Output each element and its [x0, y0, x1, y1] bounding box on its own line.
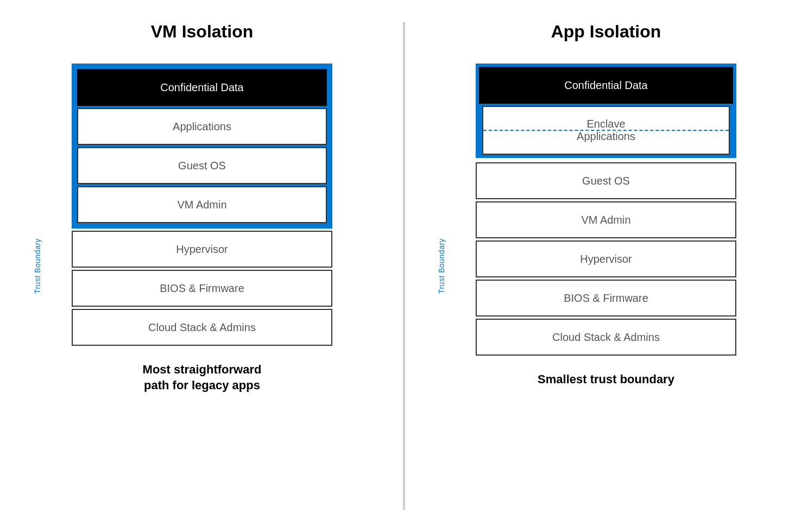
left-vmadmin-label: VM Admin [177, 199, 226, 211]
left-panel-title: VM Isolation [151, 22, 253, 42]
right-enclave-bottom-label: Applications [577, 130, 635, 147]
right-cloudstack-label: Cloud Stack & Admins [552, 331, 660, 344]
right-vmadmin-row: VM Admin [476, 201, 736, 238]
right-cloudstack-row: Cloud Stack & Admins [476, 319, 736, 356]
right-bios-label: BIOS & Firmware [564, 292, 648, 305]
left-cloudstack-label: Cloud Stack & Admins [148, 321, 256, 334]
right-enclave-top-label: Enclave [586, 113, 625, 130]
right-panel-subtitle: Smallest trust boundary [538, 372, 674, 388]
right-enclave-wrapper: Enclave Applications [479, 106, 733, 158]
left-confidential-data-label: Confidential Data [160, 81, 243, 94]
right-outside-rows: Guest OS VM Admin Hypervisor BIOS & Firm… [476, 162, 736, 356]
left-cloudstack-row: Cloud Stack & Admins [72, 309, 332, 346]
left-trust-box: Confidential Data Applications Guest OS … [72, 64, 332, 229]
right-bios-row: BIOS & Firmware [476, 280, 736, 316]
left-vmadmin-row: VM Admin [77, 186, 327, 223]
left-guestos-label: Guest OS [178, 160, 226, 172]
left-applications-row: Applications [77, 108, 327, 145]
right-guestos-row: Guest OS [476, 162, 736, 199]
left-trust-boundary-label: Trust Boundary [33, 238, 42, 294]
right-hypervisor-row: Hypervisor [476, 240, 736, 277]
left-guestos-row: Guest OS [77, 147, 327, 184]
left-panel: VM Isolation Trust Boundary Confidential… [0, 0, 404, 532]
right-panel-title: App Isolation [551, 22, 661, 42]
right-confidential-data-label: Confidential Data [564, 79, 647, 92]
left-hypervisor-label: Hypervisor [176, 243, 228, 256]
left-hypervisor-row: Hypervisor [72, 231, 332, 268]
left-applications-label: Applications [173, 121, 231, 133]
left-diagram: Confidential Data Applications Guest OS … [72, 64, 332, 346]
left-bios-label: BIOS & Firmware [160, 282, 244, 295]
page-container: VM Isolation Trust Boundary Confidential… [0, 0, 808, 532]
right-trust-boundary-label: Trust Boundary [437, 238, 446, 294]
left-panel-subtitle: Most straightforwardpath for legacy apps [143, 362, 262, 393]
left-confidential-data-row: Confidential Data [77, 69, 327, 106]
right-vmadmin-label: VM Admin [581, 214, 630, 226]
right-panel: App Isolation Trust Boundary Confidentia… [404, 0, 808, 532]
right-trust-top: Confidential Data Enclave Applications [476, 64, 736, 158]
right-hypervisor-label: Hypervisor [580, 253, 632, 265]
left-outside-rows: Hypervisor BIOS & Firmware Cloud Stack &… [72, 231, 332, 346]
right-guestos-label: Guest OS [582, 175, 630, 187]
right-confidential-data-row: Confidential Data [479, 67, 733, 104]
left-bios-row: BIOS & Firmware [72, 270, 332, 307]
right-diagram: Confidential Data Enclave Applications G… [476, 64, 736, 356]
right-enclave-inner: Enclave Applications [482, 106, 730, 155]
